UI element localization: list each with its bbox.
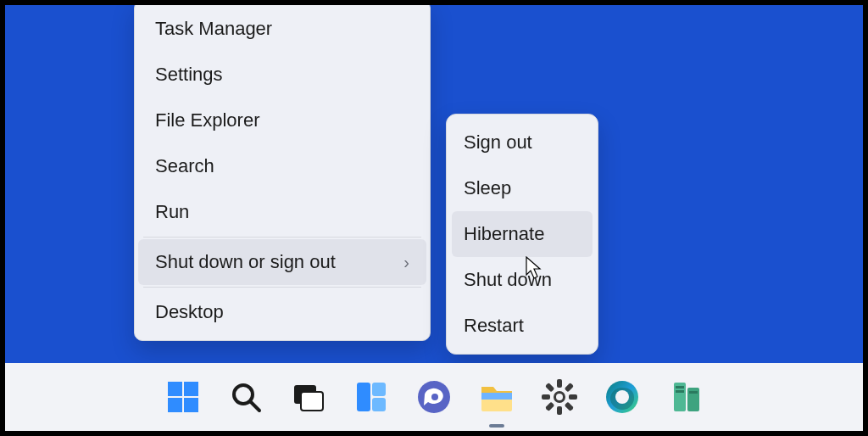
submenu-item-label: Shut down (464, 269, 552, 290)
power-submenu: Sign out Sleep Hibernate Shut down Resta… (446, 114, 598, 355)
menu-item-search[interactable]: Search (138, 143, 426, 189)
submenu-item-sign-out[interactable]: Sign out (452, 120, 593, 165)
svg-rect-3 (184, 398, 198, 412)
menu-item-file-explorer[interactable]: File Explorer (138, 98, 426, 143)
svg-line-5 (250, 401, 259, 411)
menu-item-label: Settings (155, 64, 223, 86)
menu-separator (143, 287, 421, 288)
svg-point-26 (615, 390, 629, 404)
menu-item-label: Desktop (155, 301, 224, 323)
submenu-item-restart[interactable]: Restart (452, 303, 593, 349)
svg-rect-30 (676, 390, 684, 393)
svg-rect-10 (372, 398, 386, 411)
svg-rect-7 (301, 392, 323, 411)
menu-item-task-manager[interactable]: Task Manager (138, 6, 426, 52)
svg-point-12 (431, 394, 438, 400)
taskbar-search-button[interactable] (226, 377, 265, 416)
chevron-right-icon: › (403, 253, 409, 272)
submenu-item-shut-down[interactable]: Shut down (452, 257, 593, 303)
svg-rect-23 (565, 402, 574, 411)
menu-item-desktop[interactable]: Desktop (138, 289, 426, 335)
svg-rect-18 (542, 394, 550, 400)
svg-rect-16 (557, 379, 562, 388)
menu-separator (143, 237, 421, 238)
menu-item-run[interactable]: Run (138, 189, 426, 235)
submenu-item-label: Sign out (464, 131, 532, 153)
server-manager-icon (667, 379, 703, 415)
svg-rect-17 (557, 406, 562, 415)
submenu-item-hibernate[interactable]: Hibernate (452, 211, 593, 257)
taskbar-server-manager-button[interactable] (665, 377, 704, 416)
taskbar-active-indicator (489, 424, 504, 428)
svg-rect-21 (545, 402, 554, 411)
menu-item-label: File Explorer (155, 109, 259, 131)
svg-rect-20 (565, 383, 574, 392)
start-button[interactable] (164, 377, 203, 416)
submenu-item-label: Sleep (464, 177, 511, 198)
file-explorer-icon (479, 379, 515, 415)
svg-rect-29 (676, 386, 684, 388)
svg-rect-14 (481, 393, 512, 400)
svg-point-24 (556, 394, 563, 400)
taskbar-chat-button[interactable] (415, 377, 453, 416)
svg-rect-2 (168, 398, 182, 412)
submenu-item-label: Restart (464, 315, 524, 336)
widgets-icon (354, 380, 388, 414)
menu-item-label: Task Manager (155, 18, 272, 40)
svg-rect-31 (689, 391, 698, 394)
taskbar (5, 363, 863, 431)
menu-item-shutdown-signout[interactable]: Shut down or sign out › (138, 239, 426, 285)
svg-rect-0 (168, 382, 182, 396)
svg-rect-19 (569, 394, 577, 400)
taskbar-settings-button[interactable] (540, 377, 579, 416)
taskbar-widgets-button[interactable] (352, 377, 391, 416)
taskbar-edge-button[interactable] (603, 377, 642, 416)
taskbar-task-view-button[interactable] (289, 377, 328, 416)
svg-rect-1 (184, 382, 198, 396)
menu-item-label: Shut down or sign out (155, 251, 336, 273)
menu-item-label: Search (155, 155, 214, 177)
screenshot-frame: Task Manager Settings File Explorer Sear… (3, 3, 865, 433)
submenu-item-label: Hibernate (464, 223, 544, 244)
svg-rect-22 (545, 383, 554, 392)
taskbar-file-explorer-button[interactable] (477, 377, 516, 416)
chat-icon (416, 379, 452, 415)
edge-icon (604, 379, 640, 415)
windows-logo-icon (166, 380, 200, 414)
winx-context-menu: Task Manager Settings File Explorer Sear… (134, 3, 431, 341)
search-icon (229, 380, 263, 414)
menu-item-settings[interactable]: Settings (138, 52, 426, 98)
svg-rect-9 (372, 383, 386, 396)
submenu-item-sleep[interactable]: Sleep (452, 165, 593, 211)
menu-item-label: Run (155, 201, 189, 223)
gear-icon (542, 379, 577, 415)
task-view-icon (292, 380, 326, 414)
svg-rect-8 (357, 383, 370, 411)
